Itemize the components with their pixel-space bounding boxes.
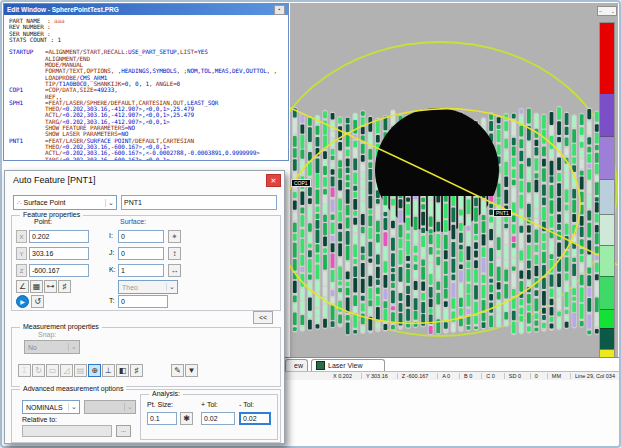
- status-field: A 0: [437, 373, 450, 379]
- advanced-options-group: Advanced measurement options NOMINALS ⌄ …: [11, 389, 281, 443]
- browse-button[interactable]: ...: [116, 425, 131, 437]
- auto-feature-dialog: Auto Feature [PNT1] ✕ ∴ Surface Point ⌄ …: [4, 170, 285, 444]
- pt-size-input[interactable]: [147, 412, 177, 425]
- swap-vector-button[interactable]: ↔: [168, 264, 181, 277]
- code-text: , ,: [267, 67, 277, 74]
- code-text: USE_PART_SETUP: [128, 48, 176, 55]
- edit-window-titlebar[interactable]: Edit Window - SpherePointTest.PRG ▪: [4, 4, 288, 15]
- cop1-feature-label[interactable]: COP1: [291, 179, 311, 187]
- nominals-mode-combobox[interactable]: ⌄: [84, 400, 136, 414]
- axes-toggle-button[interactable]: ∠: [16, 280, 29, 293]
- feature-properties-group: Feature properties Point: Surface: X Y Z…: [11, 215, 281, 311]
- feature-type-combobox[interactable]: ∴ Surface Point ⌄: [13, 195, 117, 210]
- code-text: YES: [197, 48, 207, 55]
- status-field: Line 29, Col 034: [570, 373, 615, 379]
- t-label: T:: [109, 297, 114, 304]
- laser-view-icon: [316, 361, 325, 370]
- feature-name-input[interactable]: [121, 195, 277, 210]
- colorbar-menu[interactable]: – ⌄: [597, 6, 617, 16]
- edit-window-title: Edit Window - SpherePointTest.PRG: [7, 6, 272, 13]
- close-icon[interactable]: ✕: [266, 174, 281, 187]
- code-text: aaa: [54, 17, 64, 24]
- tab-laser-view[interactable]: Laser View: [311, 359, 385, 371]
- i-field[interactable]: [118, 230, 164, 243]
- relative-to-input[interactable]: [22, 425, 112, 437]
- pt-size-tool-button[interactable]: ✱: [180, 412, 193, 425]
- target-mode-button[interactable]: ⊕: [88, 364, 101, 377]
- j-field[interactable]: [118, 247, 164, 260]
- snap-combobox[interactable]: No ⌄: [24, 340, 80, 354]
- test-point-button[interactable]: ▶: [16, 295, 29, 308]
- filter-button[interactable]: ▼: [185, 364, 198, 377]
- edit-path-button[interactable]: ✎: [171, 364, 184, 377]
- code-line[interactable]: TARG/<0.202,303.16,-600.167>,<0,0,1>: [9, 157, 288, 160]
- colorbar-segment: [600, 214, 614, 245]
- view-tab-strip: ew Laser View: [285, 357, 619, 372]
- code-text: 49233: [97, 86, 114, 93]
- clip-mode-button[interactable]: ◧: [116, 364, 129, 377]
- x-field[interactable]: [29, 230, 89, 243]
- window-menu-icon[interactable]: ▪: [274, 5, 285, 15]
- flip-vector-button[interactable]: ↕: [168, 247, 181, 260]
- probe-path-button[interactable]: ⌶: [18, 364, 31, 377]
- status-field: SD 0: [504, 373, 521, 379]
- code-text: , ANGLE=: [149, 80, 177, 87]
- corner-select-button[interactable]: ◿: [60, 364, 73, 377]
- tab-previous-view[interactable]: ew: [285, 359, 308, 371]
- point-snap-toggle-button[interactable]: ⊶: [44, 280, 57, 293]
- edit-window: Edit Window - SpherePointTest.PRG ▪ PART…: [3, 3, 289, 161]
- plus-tol-label: + Tol:: [201, 401, 218, 408]
- collapse-dialog-button[interactable]: <<: [253, 311, 273, 324]
- probe-vector-button[interactable]: ⌖: [168, 230, 181, 243]
- status-bar: X 0.202Y 303.16Z -600.167A 0B 0C 0SD 00M…: [285, 371, 619, 380]
- find-nominal-toggle-button[interactable]: ▦: [30, 280, 43, 293]
- feature-properties-label: Feature properties: [20, 211, 83, 218]
- code-text: 0: [177, 80, 180, 87]
- code-text: ,LIST=: [177, 48, 198, 55]
- advanced-options-label: Advanced measurement options: [20, 385, 126, 392]
- x-axis-label: X: [16, 230, 27, 243]
- laser-scan-canvas[interactable]: [290, 3, 618, 357]
- feature-exec-row: ▶↺: [16, 295, 44, 308]
- read-point-button[interactable]: ↺: [31, 295, 44, 308]
- colorbar-segment: [600, 93, 614, 136]
- rotate-mode-button[interactable]: ↻: [32, 364, 45, 377]
- theo-mode-value: Theo: [122, 284, 138, 291]
- k-field[interactable]: [118, 264, 164, 277]
- chevron-down-icon: ⌄: [124, 403, 135, 411]
- surface-label: Surface:: [120, 218, 146, 225]
- code-command-label: STARTUP: [9, 49, 45, 55]
- code-text: HEADINGS,SYMBOLS: [121, 67, 176, 74]
- box-select-button[interactable]: ▭: [46, 364, 59, 377]
- minus-tol-input[interactable]: [239, 412, 271, 425]
- status-field: Y 303.16: [361, 373, 388, 379]
- y-field[interactable]: [29, 247, 89, 260]
- comb-mode-button[interactable]: ♯: [130, 364, 143, 377]
- grid-toggle-button[interactable]: ♯: [58, 280, 71, 293]
- chevron-down-icon: ⌄: [611, 8, 615, 14]
- theo-mode-combobox[interactable]: Theo ⌄: [118, 280, 178, 294]
- measurement-icon-row: ⌶↻▭◿▤⊕⊥◧♯✎▼: [18, 364, 198, 377]
- region-select-button[interactable]: ▤: [74, 364, 87, 377]
- z-field[interactable]: [29, 264, 89, 277]
- t-field[interactable]: [118, 295, 168, 308]
- deviation-colorbar: [599, 22, 615, 363]
- code-area[interactable]: PART NAME : aaaREV NUMBER : SER NUMBER :…: [4, 16, 288, 160]
- chevron-down-icon: ⌄: [166, 283, 177, 291]
- colorbar-dash-icon: –: [599, 8, 602, 14]
- dialog-title: Auto Feature [PNT1]: [13, 175, 96, 185]
- colorbar-segment: [600, 309, 614, 328]
- feature-toggle-row: ∠▦⊶♯: [16, 280, 71, 293]
- plus-tol-input[interactable]: [201, 412, 235, 425]
- nominals-value: NOMINALS: [26, 404, 63, 411]
- status-field: X 0.202: [333, 373, 352, 379]
- feature-type-value: Surface Point: [23, 199, 65, 206]
- tab-laser-view-label: Laser View: [328, 362, 363, 369]
- pnt1-feature-label[interactable]: PNT1: [493, 209, 512, 217]
- nominals-combobox[interactable]: NOMINALS ⌄: [22, 400, 80, 414]
- depth-mode-button[interactable]: ⊥: [102, 364, 115, 377]
- laser-viewport[interactable]: COP1 PNT1 – ⌄: [290, 3, 618, 357]
- colorbar-segment: [600, 23, 614, 93]
- code-text: TARG/: [45, 156, 62, 160]
- code-text: , ;: [177, 67, 187, 74]
